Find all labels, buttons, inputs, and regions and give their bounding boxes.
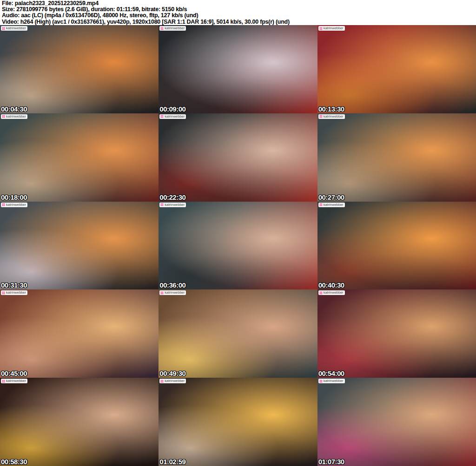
watermark-badge: katrinwebber [159, 203, 186, 207]
watermark-text: katrinwebber [165, 379, 185, 383]
watermark-text: katrinwebber [6, 26, 26, 30]
timestamp-overlay: 00:36:00 [159, 281, 185, 289]
video-thumbnail: katrinwebber 00:58:30 [0, 378, 159, 466]
video-thumbnail: katrinwebber 00:27:00 [317, 113, 476, 202]
watermark-badge: katrinwebber [1, 114, 27, 119]
watermark-logo-icon [319, 203, 323, 206]
video-thumbnail: katrinwebber 00:54:00 [317, 289, 476, 378]
video-info-line: Video: h264 (High) (avc1 / 0x31637661), … [2, 19, 476, 25]
video-thumbnail: katrinwebber 00:31:30 [0, 202, 159, 290]
watermark-text: katrinwebber [6, 115, 26, 118]
watermark-badge: katrinwebber [1, 203, 27, 207]
timestamp-overlay: 00:40:30 [318, 281, 344, 289]
watermark-logo-icon [2, 380, 5, 383]
watermark-badge: katrinwebber [318, 114, 345, 119]
timestamp-overlay: 01:02:59 [159, 458, 185, 466]
thumbnail-image [317, 113, 476, 202]
watermark-text: katrinwebber [6, 291, 26, 295]
watermark-logo-icon [2, 291, 5, 295]
watermark-logo-icon [319, 291, 323, 295]
file-info-header: File: palach2323_202512230259.mp4 Size: … [0, 0, 476, 25]
watermark-text: katrinwebber [324, 203, 344, 207]
thumbnail-image [159, 289, 317, 378]
timestamp-overlay: 00:31:30 [1, 281, 27, 289]
video-thumbnail: katrinwebber 00:45:00 [0, 289, 159, 378]
watermark-text: katrinwebber [324, 115, 344, 118]
thumbnail-image [159, 202, 317, 290]
watermark-text: katrinwebber [6, 379, 26, 383]
timestamp-overlay: 01:07:30 [318, 458, 344, 466]
watermark-badge: katrinwebber [1, 379, 27, 383]
timestamp-overlay: 00:54:00 [318, 369, 344, 377]
thumbnail-image [0, 378, 159, 466]
watermark-text: katrinwebber [165, 115, 185, 118]
watermark-badge: katrinwebber [318, 26, 345, 31]
watermark-text: katrinwebber [165, 26, 185, 30]
thumbnail-image [159, 113, 317, 202]
timestamp-overlay: 00:49:30 [159, 369, 185, 377]
watermark-text: katrinwebber [324, 379, 344, 383]
watermark-logo-icon [160, 27, 164, 30]
watermark-logo-icon [160, 203, 164, 206]
watermark-logo-icon [2, 203, 5, 206]
thumbnail-grid: katrinwebber 00:04:30 katrinwebber 00:09… [0, 25, 476, 466]
watermark-text: katrinwebber [165, 291, 185, 295]
timestamp-overlay: 00:13:30 [318, 105, 344, 113]
video-thumbnail: katrinwebber 00:09:00 [159, 25, 317, 113]
thumbnail-image [0, 113, 159, 202]
watermark-badge: katrinwebber [318, 203, 345, 207]
video-thumbnail: katrinwebber 01:07:30 [317, 378, 476, 466]
watermark-badge: katrinwebber [318, 379, 345, 383]
video-thumbnail: katrinwebber 00:18:00 [0, 113, 159, 202]
timestamp-overlay: 00:45:00 [1, 369, 27, 377]
thumbnail-image [159, 378, 317, 466]
timestamp-overlay: 00:04:30 [1, 105, 27, 113]
thumbnail-image [0, 289, 159, 378]
thumbnail-image [317, 289, 476, 378]
watermark-logo-icon [319, 115, 323, 118]
watermark-logo-icon [160, 115, 164, 118]
watermark-badge: katrinwebber [1, 26, 27, 31]
timestamp-overlay: 00:27:00 [318, 193, 344, 201]
watermark-text: katrinwebber [324, 291, 344, 295]
watermark-logo-icon [160, 380, 164, 383]
video-thumbnail: katrinwebber 00:04:30 [0, 25, 159, 113]
video-thumbnail: katrinwebber 00:49:30 [159, 289, 317, 378]
timestamp-overlay: 00:58:30 [1, 458, 27, 466]
watermark-logo-icon [2, 27, 5, 30]
video-thumbnail: katrinwebber 01:02:59 [159, 378, 317, 466]
video-thumbnail: katrinwebber 00:22:30 [159, 113, 317, 202]
watermark-badge: katrinwebber [159, 379, 186, 383]
watermark-logo-icon [160, 291, 164, 295]
timestamp-overlay: 00:18:00 [1, 193, 27, 201]
watermark-badge: katrinwebber [159, 290, 186, 295]
watermark-logo-icon [319, 27, 323, 30]
timestamp-overlay: 00:22:30 [159, 193, 185, 201]
watermark-logo-icon [319, 380, 323, 383]
video-thumbnail: katrinwebber 00:40:30 [317, 202, 476, 290]
thumbnail-image [159, 25, 317, 113]
watermark-badge: katrinwebber [159, 114, 186, 119]
watermark-badge: katrinwebber [318, 290, 345, 295]
thumbnail-image [0, 202, 159, 290]
watermark-text: katrinwebber [6, 203, 26, 207]
thumbnail-image [0, 25, 159, 113]
thumbnail-image [317, 378, 476, 466]
watermark-badge: katrinwebber [1, 290, 27, 295]
audio-info-line: Audio: aac (LC) (mp4a / 0x6134706D), 480… [2, 13, 476, 19]
watermark-text: katrinwebber [165, 203, 185, 207]
thumbnail-image [317, 202, 476, 290]
timestamp-overlay: 00:09:00 [159, 105, 185, 113]
watermark-badge: katrinwebber [159, 26, 186, 31]
video-thumbnail: katrinwebber 00:36:00 [159, 202, 317, 290]
video-thumbnail: katrinwebber 00:13:30 [317, 25, 476, 113]
thumbnail-image [317, 25, 476, 113]
watermark-logo-icon [2, 115, 5, 118]
watermark-text: katrinwebber [324, 26, 344, 30]
